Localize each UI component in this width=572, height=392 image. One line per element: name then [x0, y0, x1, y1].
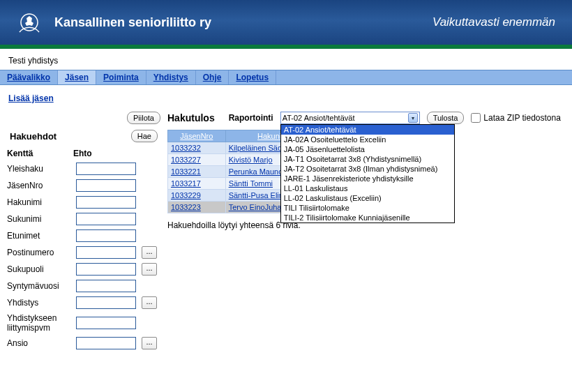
filter-input[interactable]	[76, 317, 136, 329]
dropdown-option[interactable]: JA-02A Osoiteluettelo Exceliin	[281, 135, 454, 144]
member-number-link[interactable]: 1033217	[171, 179, 201, 188]
filter-input[interactable]	[76, 213, 136, 225]
filter-row: Sukunimi	[7, 211, 160, 227]
header: Kansallinen senioriliitto ry Vaikuttavas…	[0, 0, 572, 49]
logo-area: Kansallinen senioriliitto ry	[14, 7, 211, 38]
menu-item-jäsen[interactable]: Jäsen	[58, 70, 96, 84]
filter-row: Postinumero...	[7, 244, 160, 261]
table-cell: 1033223	[168, 202, 226, 213]
lookup-button[interactable]: ...	[142, 263, 157, 276]
dropdown-option[interactable]: JA-05 Jäsenluettelolista	[281, 144, 454, 154]
lookup-button[interactable]: ...	[142, 296, 157, 309]
add-member-link[interactable]: Lisää jäsen	[8, 93, 54, 103]
menu-item-ohje[interactable]: Ohje	[196, 70, 229, 84]
zip-checkbox-wrap[interactable]: Lataa ZIP tiedostona	[471, 113, 561, 123]
filter-row: Etunimet	[7, 227, 160, 244]
report-label: Raportointi	[229, 113, 273, 123]
filter-row: Yhdistykseen liittymispvm	[7, 311, 160, 335]
search-filters: Piilota Hakuehdot Hae Kenttä Ehto Yleish…	[7, 112, 160, 352]
filter-label: Sukunimi	[7, 214, 73, 224]
filters-title: Hakuehdot	[10, 131, 57, 142]
dropdown-option[interactable]: JA-T2 Osoitetarrat 3x8 (Ilman yhdistysni…	[281, 164, 454, 174]
table-cell: 1033217	[168, 178, 226, 190]
zip-checkbox[interactable]	[471, 113, 481, 123]
action-bar: Lisää jäsen	[0, 85, 572, 112]
results-area: Hakutulos Raportointi AT-02 Ansiot/tehtä…	[167, 112, 565, 230]
member-name-link[interactable]: Kilpeläinen Säde	[229, 144, 287, 152]
filter-input[interactable]	[76, 163, 136, 175]
filter-input[interactable]	[76, 280, 136, 292]
member-number-link[interactable]: 1033221	[171, 167, 201, 176]
dropdown-option[interactable]: LL-02 Laskulistaus (Exceliin)	[281, 193, 454, 203]
dropdown-options: AT-02 Ansiot/tehtävätJA-02A Osoiteluette…	[280, 124, 455, 223]
slogan: Vaikuttavasti enemmän	[432, 15, 555, 29]
member-name-link[interactable]: Perunka Mauno	[229, 167, 283, 176]
filter-input[interactable]	[76, 196, 136, 209]
filter-row: Yhdistys...	[7, 294, 160, 311]
filter-row: Ansio...	[7, 335, 160, 352]
main-menu: PäävalikkoJäsenPoimintaYhdistysOhjeLopet…	[0, 70, 572, 85]
table-cell: 1033227	[168, 154, 226, 166]
emblem-icon	[14, 7, 45, 38]
filter-label: Hakunimi	[7, 197, 73, 207]
dropdown-option[interactable]: LL-01 Laskulistaus	[281, 183, 454, 193]
report-dropdown[interactable]: AT-02 Ansiot/tehtävät ▾ AT-02 Ansiot/teh…	[280, 112, 420, 124]
table-cell: 1033221	[168, 166, 226, 178]
filter-label: JäsenNro	[7, 181, 73, 190]
filter-input[interactable]	[76, 296, 136, 309]
member-name-link[interactable]: Säntti Tommi	[229, 179, 273, 188]
lookup-button[interactable]: ...	[142, 337, 157, 349]
filter-label: Syntymävuosi	[7, 281, 73, 291]
member-number-link[interactable]: 1033232	[171, 144, 201, 152]
col-ehto: Ehto	[73, 149, 136, 158]
filter-label: Yhdistykseen liittymispvm	[7, 313, 73, 333]
dropdown-option[interactable]: JARE-1 Jäsenrekisteriote yhdistyksille	[281, 174, 454, 183]
filter-input[interactable]	[76, 263, 136, 276]
site-title: Kansallinen senioriliitto ry	[54, 15, 211, 30]
filter-input[interactable]	[76, 229, 136, 242]
filter-label: Postinumero	[7, 248, 73, 257]
member-name-link[interactable]: Tervo EinoJuhani	[229, 203, 287, 211]
filter-row: JäsenNro	[7, 177, 160, 194]
table-cell: 1033232	[168, 142, 226, 154]
dropdown-selected: AT-02 Ansiot/tehtävät	[283, 114, 355, 122]
menu-item-päävalikko[interactable]: Päävalikko	[0, 70, 58, 84]
filter-label: Sukupuoli	[7, 264, 73, 274]
dropdown-option[interactable]: JA-T1 Osoitetarrat 3x8 (Yhdistysnimellä)	[281, 154, 454, 164]
filter-label: Yleishaku	[7, 164, 73, 174]
filter-input[interactable]	[76, 246, 136, 259]
member-number-link[interactable]: 1033223	[171, 203, 201, 211]
col-kentta: Kenttä	[7, 149, 73, 158]
chevron-down-icon[interactable]: ▾	[408, 113, 418, 123]
member-name-link[interactable]: Kivistö Marjo	[229, 156, 273, 164]
filter-input[interactable]	[76, 337, 136, 349]
zip-checkbox-label: Lataa ZIP tiedostona	[483, 113, 561, 123]
filter-label: Yhdistys	[7, 298, 73, 308]
filter-row: Sukupuoli...	[7, 261, 160, 278]
filter-row: Hakunimi	[7, 194, 160, 211]
filter-row: Yleishaku	[7, 160, 160, 177]
search-button[interactable]: Hae	[131, 130, 158, 142]
member-number-link[interactable]: 1033229	[171, 191, 201, 199]
menu-item-poiminta[interactable]: Poiminta	[96, 70, 146, 84]
member-number-link[interactable]: 1033227	[171, 156, 201, 164]
dropdown-option[interactable]: AT-02 Ansiot/tehtävät	[281, 125, 454, 135]
filter-row: Syntymävuosi	[7, 278, 160, 294]
table-header[interactable]: JäsenNro	[168, 130, 226, 142]
dropdown-option[interactable]: TILI Tilisiirtolomake	[281, 203, 454, 213]
menu-item-yhdistys[interactable]: Yhdistys	[146, 70, 196, 84]
filter-label: Ansio	[7, 338, 73, 348]
filter-input[interactable]	[76, 179, 136, 192]
hide-button[interactable]: Piilota	[127, 112, 160, 124]
print-button[interactable]: Tulosta	[427, 112, 465, 124]
menu-item-lopetus[interactable]: Lopetus	[229, 70, 276, 84]
lookup-button[interactable]: ...	[142, 246, 157, 259]
table-cell: 1033229	[168, 190, 226, 202]
context-name: Testi yhdistys	[0, 49, 572, 70]
filter-label: Etunimet	[7, 231, 73, 241]
member-name-link[interactable]: Säntti-Pusa Elina	[229, 191, 287, 199]
dropdown-option[interactable]: TILI-2 Tilisiirtolomake Kunniajäsenille	[281, 213, 454, 223]
results-title: Hakutulos	[167, 112, 215, 123]
